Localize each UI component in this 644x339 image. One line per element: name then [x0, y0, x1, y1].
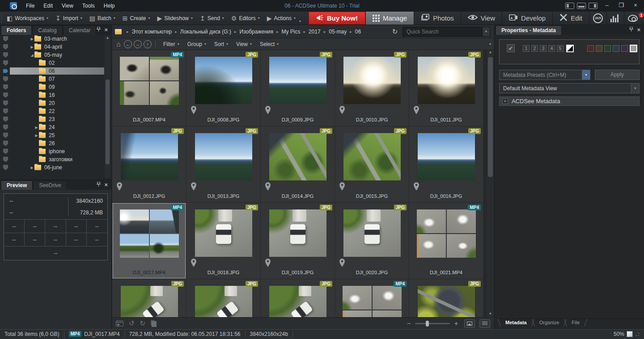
rotate-right-icon[interactable]: ↻ — [140, 319, 146, 327]
dashboard-button[interactable] — [606, 12, 624, 25]
folder-tree-item-24[interactable]: ▶24 — [0, 123, 111, 131]
file-tile[interactable]: MP4DJI_0007.MP4 — [112, 50, 186, 126]
folder-tree-item-16[interactable]: 16 — [0, 91, 111, 99]
toolbar-actions-button[interactable]: ▶Actions▾ — [263, 12, 299, 25]
tagged-checkbox[interactable]: ✔ — [507, 44, 515, 52]
quick-tag-icon[interactable] — [3, 60, 8, 66]
notifications-button[interactable]: 1 — [624, 12, 644, 25]
file-grid-scrollbar[interactable]: ▲ ▼ — [487, 50, 494, 317]
quick-tag-icon[interactable] — [3, 125, 8, 130]
folder-tree-item-25[interactable]: ▶25 — [0, 131, 111, 139]
details-view-button[interactable] — [479, 319, 490, 328]
menu-item-help[interactable]: Help — [99, 1, 119, 11]
folder-tree-item-23[interactable]: 23 — [0, 115, 111, 123]
folder-tree-item-09[interactable]: 09 — [0, 83, 111, 91]
thumbnail-size-slider[interactable] — [415, 323, 450, 324]
search-dropdown-icon[interactable]: ▾ — [482, 27, 490, 36]
quick-tag-icon[interactable] — [3, 68, 8, 74]
up-icon[interactable]: ↑ — [144, 40, 152, 48]
browser-menu-sort[interactable]: Sort▾ — [210, 38, 232, 50]
file-tile[interactable]: MP4 — [335, 279, 409, 317]
folder-tree-vscrollbar[interactable]: ▲ — [105, 36, 110, 178]
folder-tree-item-26[interactable]: 26 — [0, 139, 111, 147]
browser-menu-select[interactable]: Select▾ — [256, 38, 283, 50]
expander-open-icon[interactable]: ◢ — [30, 53, 34, 57]
toolbar-editors-button[interactable]: ⚙Editors▾ — [228, 12, 263, 25]
color-label-button[interactable] — [630, 45, 637, 52]
zoom-swatch-icon[interactable] — [627, 331, 633, 337]
dropdown-arrow-icon[interactable]: ▾ — [582, 70, 590, 80]
quick-tag-icon[interactable] — [3, 92, 8, 98]
forward-icon[interactable]: → — [134, 40, 142, 48]
rating-2-button[interactable]: 2 — [531, 45, 538, 52]
file-tile[interactable]: JPGDJI_0013.JPG — [186, 126, 260, 202]
expander-closed-icon[interactable]: ▶ — [30, 166, 34, 170]
close-button[interactable]: × — [631, 2, 640, 10]
breadcrumb-item[interactable]: 05-may — [329, 29, 347, 35]
expander-closed-icon[interactable]: ▶ — [30, 45, 34, 49]
tab-preview[interactable]: Preview — [1, 180, 33, 190]
maximize-button[interactable]: ❒ — [616, 2, 626, 10]
search-input[interactable] — [403, 29, 482, 35]
toolbar-send-button[interactable]: ↥Send▾ — [196, 12, 228, 25]
thumbnail-view-button[interactable] — [464, 319, 475, 328]
file-tile[interactable]: JPGDJI_0020.JPG — [335, 203, 409, 279]
file-tile[interactable]: JPGDJI_0010.JPG — [335, 50, 409, 126]
quick-tag-icon[interactable] — [3, 100, 8, 106]
quick-tag-icon[interactable] — [3, 149, 8, 154]
close-panel-icon[interactable]: × — [637, 26, 640, 33]
tab-folders[interactable]: Folders — [1, 25, 32, 35]
file-tile[interactable]: JPGDJI_0015.JPG — [335, 126, 409, 202]
file-tile[interactable]: JPGDJI_0011.JPG — [409, 50, 483, 126]
file-tile[interactable]: JPG — [261, 279, 335, 317]
menu-item-view[interactable]: View — [57, 1, 78, 11]
rotate-left-icon[interactable]: ↺ — [129, 319, 135, 327]
quick-tag-icon[interactable] — [3, 141, 8, 146]
folder-tree-item-06-june[interactable]: ▶06-june — [0, 163, 111, 172]
rating-5-button[interactable]: 5 — [557, 45, 564, 52]
refresh-icon[interactable]: ↻ — [390, 27, 400, 37]
color-label-button[interactable] — [587, 45, 594, 52]
rating-3-button[interactable]: 3 — [540, 45, 547, 52]
pin-panel-icon[interactable] — [97, 182, 101, 188]
mode-tab-photos[interactable]: Photos — [414, 12, 461, 25]
toolbar-batch-button[interactable]: ▤Batch▾ — [86, 12, 119, 25]
slider-thumb[interactable] — [426, 321, 429, 326]
expander-closed-icon[interactable]: ▶ — [34, 126, 39, 130]
file-tile[interactable]: JPGDJI_0019.JPG — [261, 203, 335, 279]
folder-tree-item-07[interactable]: 07 — [0, 75, 111, 83]
quick-tag-icon[interactable] — [3, 36, 8, 42]
menu-item-tools[interactable]: Tools — [78, 1, 99, 11]
tab-calendar[interactable]: Calendar — [63, 25, 97, 35]
folder-tree-item-iphone[interactable]: iphone — [0, 147, 111, 155]
quick-tag-icon[interactable] — [3, 117, 8, 122]
properties-tab-metadata[interactable]: Metadata — [499, 319, 533, 326]
quick-tag-icon[interactable] — [3, 109, 8, 114]
color-label-button[interactable] — [596, 45, 602, 52]
rating-4-button[interactable]: 4 — [548, 45, 555, 52]
tab-catalog[interactable]: Catalog — [32, 25, 62, 35]
copy-icon[interactable] — [152, 321, 157, 327]
file-tile[interactable]: JPGDJI_0014.JPG — [261, 126, 335, 202]
acdsee-365-button[interactable]: 365 — [589, 12, 606, 25]
properties-tab-organize[interactable]: Organize — [533, 319, 566, 326]
expander-closed-icon[interactable]: ▶ — [30, 37, 34, 41]
breadcrumb-item[interactable]: 06 — [355, 29, 361, 35]
quick-tag-icon[interactable] — [3, 165, 8, 170]
toolbar-slideshow-button[interactable]: ▶Slideshow▾ — [154, 12, 197, 25]
toolbar-workspaces-button[interactable]: ◧Workspaces▾ — [3, 12, 52, 25]
folder-tree-item-06[interactable]: 06 — [0, 67, 111, 75]
browser-menu-group[interactable]: Group▾ — [183, 38, 210, 50]
folder-tree-item-22[interactable]: 22 — [0, 107, 111, 115]
color-label-button[interactable] — [604, 45, 611, 52]
toggle-bottom-pane-icon[interactable] — [577, 3, 586, 9]
folder-tree-item-заготовки[interactable]: заготовки — [0, 155, 111, 163]
file-tile[interactable]: JPGDJI_0009.JPG — [261, 50, 335, 126]
toolbar-overflow-icon[interactable]: ▾ — [489, 42, 491, 46]
folder-tree-item-04-april[interactable]: ▶04-april — [0, 43, 111, 51]
mode-tab-develop[interactable]: Develop — [502, 12, 552, 25]
file-tile[interactable]: JPGDJI_0018.JPG — [186, 203, 260, 279]
mode-tab-manage[interactable]: Manage — [365, 12, 414, 25]
breadcrumb-item[interactable]: My Pics — [282, 29, 301, 35]
home-icon[interactable]: ⌂ — [115, 40, 122, 48]
